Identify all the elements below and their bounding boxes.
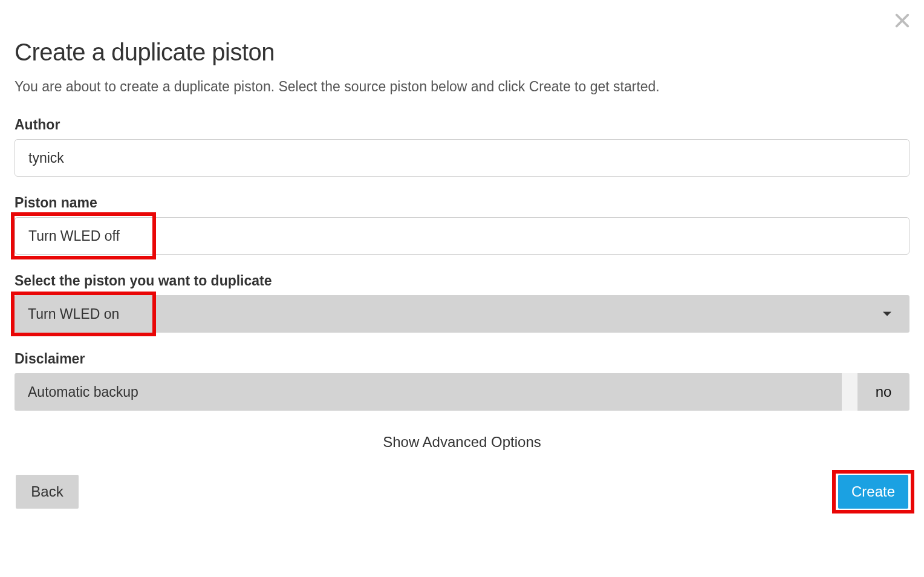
duplicate-piston-dialog: Create a duplicate piston You are about … (0, 0, 924, 523)
toggle-divider (842, 373, 857, 411)
dialog-title: Create a duplicate piston (15, 39, 909, 66)
chevron-down-icon (883, 312, 891, 316)
select-piston-value: Turn WLED on (28, 306, 119, 322)
disclaimer-toggle[interactable]: no (857, 373, 909, 411)
piston-name-field-block: Piston name (15, 195, 909, 255)
back-button[interactable]: Back (16, 475, 79, 509)
close-icon[interactable] (894, 12, 911, 29)
disclaimer-row: Automatic backup no (15, 373, 909, 411)
select-piston-field-block: Select the piston you want to duplicate … (15, 273, 909, 333)
piston-name-input[interactable] (15, 217, 909, 255)
dialog-footer: Back Create (15, 475, 909, 509)
disclaimer-text: Automatic backup (15, 373, 842, 411)
create-button[interactable]: Create (838, 475, 908, 509)
piston-name-label: Piston name (15, 195, 909, 211)
disclaimer-label: Disclaimer (15, 351, 909, 367)
show-advanced-options-link[interactable]: Show Advanced Options (15, 434, 909, 451)
author-label: Author (15, 117, 909, 133)
select-piston-dropdown[interactable]: Turn WLED on (15, 295, 909, 333)
dialog-subtitle: You are about to create a duplicate pist… (15, 77, 909, 96)
select-piston-label: Select the piston you want to duplicate (15, 273, 909, 289)
author-field-block: Author (15, 117, 909, 177)
disclaimer-field-block: Disclaimer Automatic backup no (15, 351, 909, 411)
author-input[interactable] (15, 139, 909, 177)
